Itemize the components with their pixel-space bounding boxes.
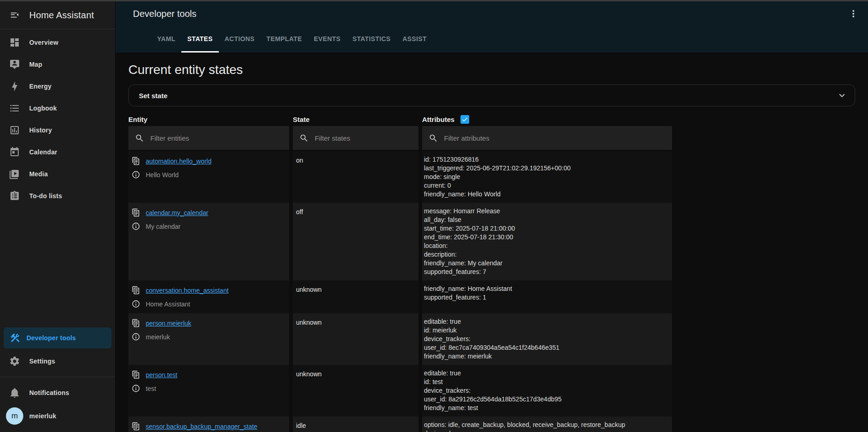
tab-states[interactable]: STATES bbox=[181, 26, 219, 53]
info-icon[interactable] bbox=[132, 170, 140, 179]
chart-box-icon bbox=[0, 125, 29, 136]
entity-attributes: editable: trueid: meierlukdevice_tracker… bbox=[422, 313, 672, 365]
entity-states-table: Entity State Attributes bbox=[128, 112, 672, 432]
tab-statistics[interactable]: STATISTICS bbox=[346, 26, 397, 53]
table-filter-row bbox=[128, 126, 672, 150]
entity-link[interactable]: conversation.home_assistant bbox=[146, 287, 228, 294]
lightning-bolt-icon bbox=[0, 81, 29, 92]
tab-actions[interactable]: ACTIONS bbox=[219, 26, 261, 53]
table-body: automation.hello_world Hello World on id… bbox=[128, 151, 672, 432]
sidebar-item-overview[interactable]: Overview bbox=[0, 32, 115, 53]
user-name: meierluk bbox=[29, 412, 56, 420]
entity-attributes: message: Homarr Releaseall_day: falsesta… bbox=[422, 203, 672, 280]
friendly-name: meierluk bbox=[146, 333, 170, 341]
friendly-name: Home Assistant bbox=[146, 300, 190, 308]
filter-entities-input[interactable] bbox=[150, 134, 284, 142]
tooltip-account-icon bbox=[0, 59, 29, 70]
table-row: person.test test unknown editable: truei… bbox=[128, 365, 672, 416]
table-row: automation.hello_world Hello World on id… bbox=[128, 151, 672, 203]
attributes-filter bbox=[422, 126, 672, 150]
table-row: person.meierluk meierluk unknown editabl… bbox=[128, 313, 672, 365]
column-header-state: State bbox=[293, 116, 418, 123]
table-header-row: Entity State Attributes bbox=[128, 112, 672, 126]
friendly-name: My calendar bbox=[146, 223, 180, 230]
chevron-down-icon bbox=[836, 90, 847, 101]
sidebar: Home Assistant Overview Map Energy Logbo… bbox=[0, 1, 116, 432]
entity-link[interactable]: person.meierluk bbox=[146, 320, 191, 327]
bell-icon bbox=[0, 387, 29, 398]
entity-attributes: friendly_name: Home Assistantsupported_f… bbox=[422, 280, 672, 313]
sidebar-item-notifications[interactable]: Notifications bbox=[0, 382, 115, 404]
clipboard-list-icon bbox=[0, 190, 29, 201]
entity-link[interactable]: calendar.my_calendar bbox=[146, 209, 208, 216]
friendly-name: Hello World bbox=[146, 171, 179, 179]
tab-template[interactable]: TEMPLATE bbox=[260, 26, 308, 53]
table-row: sensor.backup_backup_manager_state Backu… bbox=[128, 416, 672, 432]
sidebar-item-logbook[interactable]: Logbook bbox=[0, 97, 115, 119]
copy-entity-id-icon[interactable] bbox=[132, 370, 140, 379]
copy-entity-id-icon[interactable] bbox=[132, 422, 140, 431]
tab-events[interactable]: EVENTS bbox=[308, 26, 346, 53]
copy-entity-id-icon[interactable] bbox=[132, 157, 140, 165]
overflow-menu-icon[interactable] bbox=[846, 6, 861, 21]
sidebar-divider bbox=[0, 377, 115, 377]
filter-states-input[interactable] bbox=[315, 134, 413, 142]
sidebar-header: Home Assistant bbox=[0, 1, 115, 29]
search-icon bbox=[135, 133, 144, 143]
table-row: conversation.home_assistant Home Assista… bbox=[128, 280, 672, 313]
sidebar-item-media[interactable]: Media bbox=[0, 163, 115, 185]
entity-state: unknown bbox=[293, 280, 418, 313]
filter-attributes-input[interactable] bbox=[444, 134, 667, 142]
tab-bar: YAML STATES ACTIONS TEMPLATE EVENTS STAT… bbox=[116, 26, 868, 53]
attributes-checkbox[interactable] bbox=[460, 115, 469, 124]
column-header-attributes: Attributes bbox=[422, 116, 455, 123]
sidebar-bottom: Developer tools Settings Notifications m… bbox=[0, 326, 115, 432]
column-header-entity: Entity bbox=[128, 116, 289, 123]
sidebar-item-map[interactable]: Map bbox=[0, 53, 115, 75]
info-icon[interactable] bbox=[132, 222, 140, 231]
entity-state: unknown bbox=[293, 365, 418, 416]
entity-attributes: editable: trueid: testdevice_trackers:us… bbox=[422, 365, 672, 416]
entity-link[interactable]: automation.hello_world bbox=[146, 158, 212, 165]
entity-state: unknown bbox=[293, 313, 418, 365]
entity-link[interactable]: sensor.backup_backup_manager_state bbox=[146, 423, 257, 430]
search-icon bbox=[429, 133, 438, 143]
view-dashboard-icon bbox=[0, 37, 29, 48]
entity-state: off bbox=[293, 203, 418, 280]
table-row: calendar.my_calendar My calendar off mes… bbox=[128, 203, 672, 280]
sidebar-item-settings[interactable]: Settings bbox=[0, 350, 115, 372]
format-list-icon bbox=[0, 103, 29, 114]
copy-entity-id-icon[interactable] bbox=[132, 208, 140, 217]
entity-attributes: id: 1751230926816last_triggered: 2025-06… bbox=[422, 151, 672, 203]
info-icon[interactable] bbox=[132, 332, 140, 341]
entity-link[interactable]: person.test bbox=[146, 371, 177, 379]
sidebar-item-energy[interactable]: Energy bbox=[0, 75, 115, 97]
entity-filter bbox=[128, 126, 289, 150]
sidebar-item-developer-tools[interactable]: Developer tools bbox=[4, 327, 111, 348]
entity-state: on bbox=[293, 151, 418, 203]
avatar: m bbox=[6, 407, 23, 425]
copy-entity-id-icon[interactable] bbox=[132, 286, 140, 295]
sidebar-item-todo-lists[interactable]: To-do lists bbox=[0, 185, 115, 207]
hammer-icon bbox=[4, 332, 26, 343]
sidebar-toggle-icon[interactable] bbox=[0, 10, 29, 20]
section-heading: Current entity states bbox=[128, 63, 855, 77]
sidebar-item-calendar[interactable]: Calendar bbox=[0, 141, 115, 163]
friendly-name: test bbox=[146, 385, 156, 392]
entity-attributes: options: idle, create_backup, blocked, r… bbox=[422, 416, 672, 432]
main-content: Current entity states Set state Entity S… bbox=[116, 53, 868, 432]
tab-assist[interactable]: ASSIST bbox=[397, 26, 433, 53]
gear-icon bbox=[0, 356, 29, 367]
sidebar-item-history[interactable]: History bbox=[0, 119, 115, 141]
set-state-expander[interactable]: Set state bbox=[128, 84, 855, 106]
info-icon[interactable] bbox=[132, 384, 140, 393]
tab-yaml[interactable]: YAML bbox=[151, 26, 181, 53]
search-icon bbox=[299, 133, 309, 143]
copy-entity-id-icon[interactable] bbox=[132, 319, 140, 327]
page-title: Developer tools bbox=[133, 9, 196, 19]
calendar-icon bbox=[0, 147, 29, 158]
play-box-multiple-icon bbox=[0, 169, 29, 179]
window-top-edge bbox=[0, 0, 868, 1]
sidebar-item-user[interactable]: m meierluk bbox=[0, 404, 115, 428]
info-icon[interactable] bbox=[132, 300, 140, 308]
